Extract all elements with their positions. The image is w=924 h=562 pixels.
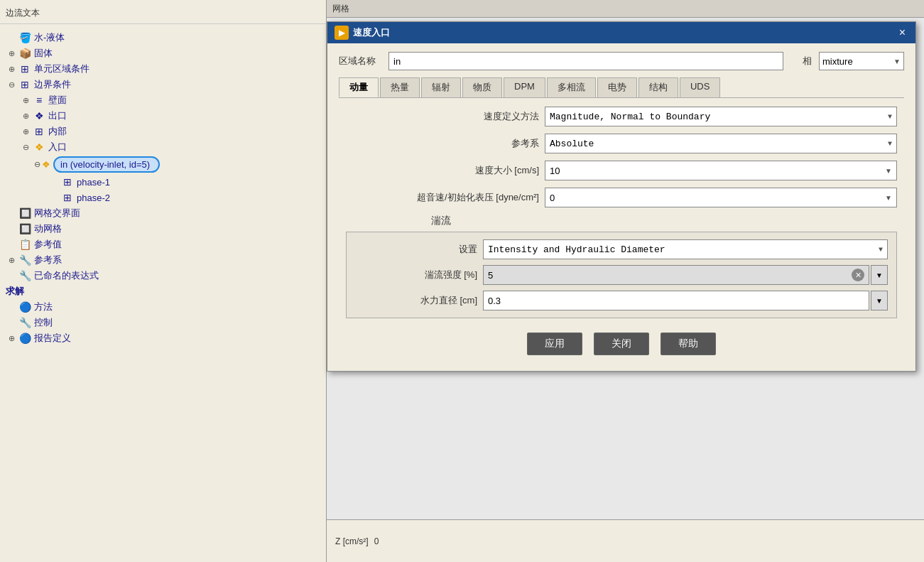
- turb-intensity-clear-button[interactable]: ✕: [852, 269, 864, 281]
- dialog-body: 区域名称 相 mixture ▼ 动量 热量 辐射 物质 DPM 多相流 电势 …: [327, 43, 915, 371]
- icon-wall: ≡: [33, 94, 45, 107]
- phase-select[interactable]: mixture ▼: [819, 52, 904, 70]
- tree-item-inlet[interactable]: ⊖ ❖ in (velocity-inlet, id=5): [0, 155, 326, 174]
- icon-solid: 📦: [18, 47, 31, 60]
- label-outlet: 出口: [48, 109, 67, 122]
- expander-dynamic-mesh: [6, 223, 17, 234]
- label-named-expr: 已命名的表达式: [34, 269, 99, 282]
- zone-name-label: 区域名称: [339, 55, 381, 67]
- tab-thermal[interactable]: 热量: [380, 77, 420, 97]
- expander-bc[interactable]: ⊖: [6, 79, 17, 90]
- tree-item-bc[interactable]: ⊖ ⊞ 边界条件: [0, 77, 326, 92]
- expander-inlet-group[interactable]: ⊖: [20, 141, 31, 153]
- hydraulic-dia-wrapper: [483, 291, 869, 310]
- tree-item-method[interactable]: 🔵 方法: [0, 299, 326, 315]
- icon-phase1: ⊞: [61, 175, 74, 188]
- velocity-def-arrow: ▼: [888, 113, 892, 121]
- velocity-mag-arrow[interactable]: ▼: [885, 167, 892, 175]
- dialog-title-icon: ▶: [335, 26, 349, 40]
- expander-wall[interactable]: ⊕: [20, 94, 31, 106]
- velocity-def-label: 速度定义方法: [346, 110, 545, 123]
- supersonic-input[interactable]: [550, 193, 885, 203]
- label-internal: 内部: [48, 125, 67, 138]
- turb-setting-row: 设置 Intensity and Hydraulic Diameter ▼: [355, 239, 888, 259]
- label-mesh-iface: 网格交界面: [34, 207, 80, 220]
- dialog-close-button[interactable]: ×: [896, 25, 908, 40]
- velocity-def-value: Magnitude, Normal to Boundary: [550, 112, 710, 122]
- expander-unit-zone[interactable]: ⊕: [6, 63, 17, 75]
- tab-uds[interactable]: UDS: [680, 77, 720, 97]
- close-button[interactable]: 关闭: [594, 333, 649, 355]
- expander-phase1: [48, 176, 60, 188]
- tree-item-unit-zone[interactable]: ⊕ ⊞ 单元区域条件: [0, 61, 326, 77]
- ref-frame-value: Absolute: [550, 139, 594, 149]
- turbulence-section: 湍流 设置 Intensity and Hydraulic Diameter ▼: [346, 215, 897, 318]
- tab-potential[interactable]: 电势: [597, 77, 637, 97]
- zone-name-row: 区域名称 相 mixture ▼: [339, 52, 904, 70]
- ref-frame-arrow: ▼: [888, 140, 892, 148]
- tab-structure[interactable]: 结构: [638, 77, 678, 97]
- tree-container: 🪣 水-液体 ⊕ 📦 固体 ⊕ ⊞ 单元区域条件 ⊖ ⊞ 边界条件 ⊕ ≡ 壁面: [0, 27, 326, 556]
- tree-item-water[interactable]: 🪣 水-液体: [0, 30, 326, 45]
- tree-item-inlet-group[interactable]: ⊖ ❖ 入口: [0, 139, 326, 155]
- tree-item-report-def[interactable]: ⊕ 🔵 报告定义: [0, 330, 326, 346]
- velocity-def-select[interactable]: Magnitude, Normal to Boundary ▼: [545, 107, 897, 126]
- tree-item-phase2[interactable]: ⊞ phase-2: [0, 190, 326, 205]
- tree-item-solid[interactable]: ⊕ 📦 固体: [0, 45, 326, 61]
- icon-outlet: ❖: [33, 109, 45, 122]
- turb-intensity-dropdown[interactable]: ▼: [871, 265, 888, 285]
- hydraulic-dia-input[interactable]: [488, 296, 864, 306]
- label-solid: 固体: [34, 47, 53, 60]
- tree-item-ref-values[interactable]: 📋 参考值: [0, 237, 326, 252]
- right-top-label: 网格: [332, 3, 349, 15]
- supersonic-label: 超音速/初始化表压 [dyne/cm²]: [346, 191, 545, 204]
- icon-report-def: 🔵: [18, 332, 31, 345]
- velocity-mag-input[interactable]: [550, 166, 885, 176]
- turb-intensity-wrapper: ✕: [483, 265, 869, 285]
- bottom-area: Z [cm/s²] 0: [327, 519, 924, 562]
- label-ref-frame: 参考系: [34, 254, 62, 266]
- supersonic-arrow[interactable]: ▼: [885, 194, 892, 202]
- expander-solid[interactable]: ⊕: [6, 48, 17, 59]
- tab-dpm[interactable]: DPM: [504, 77, 545, 97]
- expander-outlet[interactable]: ⊕: [20, 110, 31, 121]
- tree-item-dynamic-mesh[interactable]: 🔲 动网格: [0, 221, 326, 237]
- tab-multiphase[interactable]: 多相流: [547, 77, 596, 97]
- label-report-def: 报告定义: [34, 332, 71, 345]
- expander-mesh-iface: [6, 207, 17, 219]
- tree-item-phase1[interactable]: ⊞ phase-1: [0, 174, 326, 190]
- zone-name-input[interactable]: [388, 52, 783, 70]
- tree-item-named-expr[interactable]: 🔧 已命名的表达式: [0, 268, 326, 283]
- button-row: 应用 关闭 帮助: [346, 333, 897, 362]
- icon-unit-zone: ⊞: [18, 63, 31, 75]
- tree-item-mesh-interface[interactable]: 🔲 网格交界面: [0, 205, 326, 221]
- tabs-row: 动量 热量 辐射 物质 DPM 多相流 电势 结构 UDS: [339, 77, 904, 98]
- tree-item-outlet[interactable]: ⊕ ❖ 出口: [0, 108, 326, 124]
- turb-setting-select[interactable]: Intensity and Hydraulic Diameter ▼: [483, 239, 888, 259]
- tab-momentum[interactable]: 动量: [339, 77, 379, 97]
- help-button[interactable]: 帮助: [661, 333, 716, 355]
- tab-radiation[interactable]: 辐射: [421, 77, 461, 97]
- expander-inlet[interactable]: ⊖: [34, 160, 40, 169]
- tree-item-wall[interactable]: ⊕ ≡ 壁面: [0, 92, 326, 108]
- label-dynamic-mesh: 动网格: [34, 222, 62, 235]
- tab-species[interactable]: 物质: [462, 77, 502, 97]
- tree-item-internal[interactable]: ⊕ ⊞ 内部: [0, 124, 326, 139]
- turb-intensity-input[interactable]: [488, 270, 852, 281]
- turb-setting-arrow: ▼: [879, 246, 883, 254]
- hydraulic-dia-dropdown[interactable]: ▼: [871, 291, 888, 310]
- velocity-mag-row: 速度大小 [cm/s] ▼: [346, 161, 897, 180]
- label-control: 控制: [34, 316, 53, 329]
- expander-internal[interactable]: ⊕: [20, 126, 31, 137]
- apply-button[interactable]: 应用: [527, 333, 582, 355]
- supersonic-row: 超音速/初始化表压 [dyne/cm²] ▼: [346, 188, 897, 207]
- velocity-mag-input-box: ▼: [545, 161, 897, 180]
- hydraulic-dia-label: 水力直径 [cm]: [355, 294, 483, 307]
- expander-ref-frame[interactable]: ⊕: [6, 254, 17, 266]
- label-method: 方法: [34, 301, 53, 313]
- velocity-inlet-dialog: ▶ 速度入口 × 区域名称 相 mixture ▼ 动量 热量 辐射 物质: [327, 21, 916, 372]
- tree-item-ref-frame[interactable]: ⊕ 🔧 参考系: [0, 252, 326, 268]
- tree-item-control[interactable]: 🔧 控制: [0, 315, 326, 330]
- ref-frame-select[interactable]: Absolute ▼: [545, 134, 897, 153]
- expander-report-def[interactable]: ⊕: [6, 333, 17, 344]
